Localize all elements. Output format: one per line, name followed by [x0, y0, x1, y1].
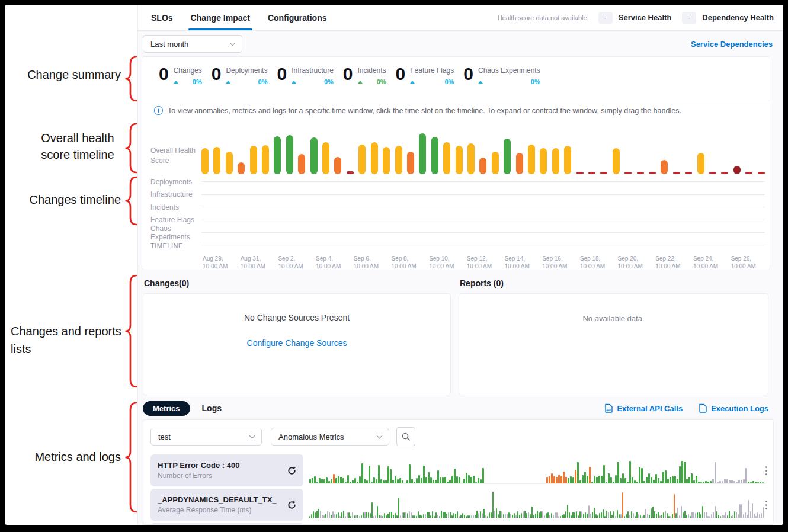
timeline-row: Incidents	[142, 201, 765, 214]
search-button[interactable]	[396, 427, 415, 446]
health-score-bar[interactable]	[250, 146, 257, 174]
timeline-tick: Sep 2, 10:00 AM	[278, 255, 316, 270]
metric-subtitle: Average Response Time (ms)	[158, 506, 287, 514]
health-score-bar[interactable]	[624, 172, 632, 174]
metric-row: _APPDYNAMICS_DEFAULT_TX_ Average Respons…	[143, 488, 773, 522]
timeline-tick: Sep 26, 10:00 AM	[731, 255, 769, 270]
metric-tile[interactable]: _APPDYNAMICS_DEFAULT_TX_ Average Respons…	[150, 489, 303, 521]
metrics-filters: test Anomalous Metrics	[143, 420, 773, 453]
health-score-bar[interactable]	[576, 172, 584, 174]
health-score-bar[interactable]	[637, 172, 644, 174]
health-score-bar[interactable]	[479, 158, 486, 174]
health-score-bar[interactable]	[661, 160, 668, 174]
metrics-card: test Anomalous Metrics HTTP Error Cod	[143, 419, 774, 525]
health-score-bar[interactable]	[395, 146, 402, 174]
service-select-value: test	[158, 432, 171, 441]
brace-metrics-logs	[124, 402, 137, 513]
health-score-bar[interactable]	[733, 166, 741, 174]
health-score-bar[interactable]	[407, 152, 414, 174]
health-score-bar[interactable]	[564, 146, 571, 174]
health-score-bar[interactable]	[709, 172, 716, 174]
tab-change-impact[interactable]: Change Impact	[191, 5, 250, 30]
health-score-bar[interactable]	[504, 139, 511, 174]
overall-health-score-label: Overall Health Score	[150, 146, 204, 166]
health-score-bar[interactable]	[238, 162, 245, 174]
kebab-menu-icon[interactable]	[765, 501, 767, 509]
timeline-row-line	[201, 194, 765, 195]
health-score-bar[interactable]	[528, 145, 535, 174]
health-score-bar[interactable]	[540, 148, 547, 174]
metric-filter-select[interactable]: Anomalous Metrics	[271, 428, 389, 446]
health-score-bar[interactable]	[310, 137, 318, 174]
timeline-row-line	[201, 232, 765, 233]
configure-change-sources-link[interactable]: Configure Change Sources	[143, 338, 450, 348]
health-score-bar[interactable]	[226, 152, 233, 174]
execution-logs-link[interactable]: Execution Logs	[699, 403, 768, 413]
health-score-bar[interactable]	[613, 148, 620, 174]
summary-stat: 0Infrastructure0%	[277, 64, 333, 85]
metric-tile[interactable]: HTTP Error Code : 400 Number of Errors	[150, 454, 303, 486]
health-score-bar[interactable]	[552, 148, 559, 174]
summary-stat: 0Chaos Experiments0%	[463, 64, 540, 85]
health-score-bar[interactable]	[758, 172, 765, 174]
changes-panel-card: No Change Sources Present Configure Chan…	[143, 293, 451, 395]
tab-configurations[interactable]: Configurations	[268, 5, 327, 30]
health-score-bar[interactable]	[201, 148, 209, 174]
health-score-bar[interactable]	[213, 147, 220, 174]
health-score-bar[interactable]	[371, 142, 378, 174]
changes-empty-text: No Change Sources Present	[143, 294, 450, 322]
health-score-bar[interactable]	[456, 146, 463, 174]
health-score-bar[interactable]	[322, 142, 329, 174]
metrics-links: API External API Calls Execution Logs	[605, 403, 768, 413]
external-api-calls-link[interactable]: API External API Calls	[605, 403, 683, 413]
health-score-bar[interactable]	[334, 157, 341, 174]
health-score-bar[interactable]	[697, 153, 704, 174]
metrics-logs-tabbar: Metrics Logs API External API Calls Exec…	[143, 399, 768, 417]
health-score-bar[interactable]	[347, 171, 354, 174]
health-score-bar[interactable]	[298, 154, 305, 174]
timeline-row-label: Deployments	[142, 178, 201, 186]
refresh-icon[interactable]	[287, 466, 296, 475]
health-score-bar[interactable]	[274, 136, 281, 174]
health-score-bar[interactable]	[588, 172, 595, 174]
health-score-bar[interactable]	[600, 172, 607, 174]
overall-health-score-chart[interactable]	[201, 127, 765, 174]
timeline-tick: Sep 8, 10:00 AM	[391, 255, 429, 270]
tab-metrics[interactable]: Metrics	[143, 401, 190, 416]
health-score-bar[interactable]	[649, 172, 656, 174]
metric-tile[interactable]	[150, 523, 303, 525]
health-score-bar[interactable]	[358, 145, 366, 174]
health-score-bar[interactable]	[383, 147, 390, 174]
kebab-menu-icon[interactable]	[765, 466, 767, 475]
health-score-bar[interactable]	[516, 153, 523, 174]
stat-label: Infrastructure	[292, 66, 334, 75]
health-score-bar[interactable]	[467, 143, 475, 174]
delta-up-icon	[410, 81, 415, 84]
stat-value: 0	[396, 64, 406, 85]
health-score-bar[interactable]	[721, 172, 728, 174]
dependency-health-badge: -	[682, 12, 696, 24]
service-dependencies-link[interactable]: Service Dependencies	[691, 40, 773, 49]
refresh-icon[interactable]	[287, 501, 296, 509]
changes-timeline-rows: DeploymentsInfrastructureIncidentsFeatur…	[142, 175, 765, 239]
delta-up-icon	[478, 81, 483, 84]
health-score-bar[interactable]	[685, 172, 692, 174]
metric-sparkline	[309, 457, 765, 484]
health-score-bar[interactable]	[419, 133, 426, 174]
health-score-bar[interactable]	[286, 135, 293, 174]
health-score-bar[interactable]	[673, 172, 680, 174]
document-icon	[699, 403, 707, 413]
health-score-bar[interactable]	[443, 142, 450, 174]
annotation-metrics-logs: Metrics and logs	[20, 448, 121, 465]
timeline-ticks: Aug 29, 10:00 AMAug 31, 10:00 AMSep 2, 1…	[203, 255, 770, 270]
tab-slos[interactable]: SLOs	[151, 5, 173, 30]
app-header: SLOs Change Impact Configurations Health…	[138, 5, 783, 31]
tab-logs[interactable]: Logs	[202, 403, 222, 413]
health-score-bar[interactable]	[262, 145, 269, 174]
health-score-bar[interactable]	[745, 172, 752, 174]
health-score-bar[interactable]	[431, 137, 438, 174]
service-select[interactable]: test	[150, 428, 262, 446]
service-health-badge: -	[598, 12, 613, 24]
time-range-select[interactable]: Last month	[143, 35, 242, 53]
health-score-bar[interactable]	[492, 152, 499, 174]
